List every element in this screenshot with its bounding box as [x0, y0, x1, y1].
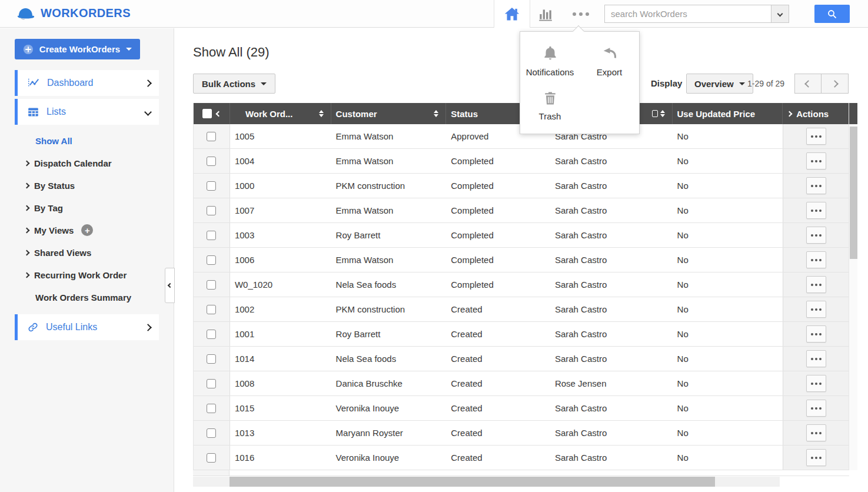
row-checkbox[interactable]	[207, 206, 216, 215]
sidebar-item-dashboard[interactable]: Dashboard	[15, 70, 159, 96]
row-checkbox[interactable]	[207, 330, 216, 339]
created-by-cell: Sarah Castro	[550, 223, 673, 247]
vertical-scrollbar[interactable]	[849, 103, 857, 470]
home-icon	[504, 6, 520, 22]
column-header-work-order[interactable]: Work Ord...	[230, 103, 331, 124]
row-actions-cell	[783, 347, 849, 371]
column-header-use-updated-price[interactable]: Use Updated Price	[673, 103, 783, 124]
horizontal-scrollbar-thumb[interactable]	[230, 477, 715, 487]
previous-page-button[interactable]	[794, 74, 822, 94]
menu-item-notifications[interactable]: Notifications	[520, 40, 580, 85]
row-actions-button[interactable]	[806, 400, 826, 417]
row-actions-cell	[783, 297, 849, 321]
row-actions-cell	[783, 124, 849, 148]
row-actions-button[interactable]	[806, 202, 826, 219]
sidebar-list-item[interactable]: By Tag	[0, 197, 174, 219]
table-row[interactable]: 1002PKM constructionCreatedSarah CastroN…	[194, 297, 849, 322]
row-actions-cell	[783, 446, 849, 470]
horizontal-scrollbar[interactable]	[193, 477, 780, 487]
work-order-cell: 1003	[230, 223, 331, 247]
search-input[interactable]	[605, 5, 771, 22]
table-row[interactable]: W0_1020Nela Sea foodsCompletedSarah Cast…	[194, 272, 849, 297]
sidebar-list-item[interactable]: My Views+	[0, 219, 174, 241]
row-checkbox[interactable]	[207, 157, 216, 166]
row-actions-button[interactable]	[806, 424, 826, 441]
row-checkbox[interactable]	[207, 280, 216, 290]
row-checkbox[interactable]	[207, 181, 216, 191]
app-logo[interactable]: WORKORDERS	[15, 5, 131, 21]
next-page-button[interactable]	[822, 74, 849, 94]
sort-icon[interactable]	[319, 110, 324, 117]
more-options-button[interactable]	[572, 11, 590, 18]
row-actions-button[interactable]	[806, 128, 826, 145]
table-row[interactable]: 1016Veronika InouyeCreatedSarah CastroNo	[194, 446, 849, 470]
column-label: Work Ord...	[245, 109, 293, 119]
row-actions-button[interactable]	[806, 177, 826, 194]
sort-icon[interactable]	[434, 110, 438, 117]
sidebar-list-item[interactable]: Recurring Work Order	[0, 264, 174, 286]
table-row[interactable]: 1001Roy BarrettCreatedSarah CastroNo	[194, 322, 849, 347]
row-checkbox[interactable]	[207, 255, 216, 265]
row-actions-button[interactable]	[806, 251, 826, 268]
sidebar-list-item[interactable]: Shared Views	[0, 241, 174, 264]
chevron-right-icon	[144, 79, 152, 87]
row-actions-button[interactable]	[806, 152, 826, 169]
line-chart-icon	[27, 77, 40, 89]
row-actions-button[interactable]	[806, 227, 826, 244]
table-row[interactable]: 1006Emma WatsonCompletedSarah CastroNo	[194, 248, 849, 272]
row-checkbox[interactable]	[207, 132, 216, 141]
row-actions-button[interactable]	[806, 449, 826, 466]
sidebar-list-item[interactable]: Work Orders Summary	[0, 286, 174, 308]
status-cell: Completed	[446, 149, 550, 173]
sidebar-list-item[interactable]: By Status	[0, 174, 174, 197]
table-row[interactable]: 1004Emma WatsonCompletedSarah CastroNo	[194, 149, 849, 174]
menu-item-trash[interactable]: Trash	[520, 85, 580, 129]
sidebar-item-useful-links[interactable]: Useful Links	[15, 314, 159, 340]
row-actions-button[interactable]	[806, 350, 826, 367]
row-actions-button[interactable]	[806, 375, 826, 392]
column-header-customer[interactable]: Customer	[331, 103, 447, 124]
row-checkbox-cell	[194, 272, 230, 297]
table-row[interactable]: 1014Nela Sea foodsCreatedSarah CastroNo	[194, 347, 849, 371]
table-row[interactable]: 1013Maryann RoysterCreatedSarah CastroNo	[194, 421, 849, 446]
row-checkbox[interactable]	[207, 428, 216, 438]
select-all-checkbox[interactable]	[202, 109, 212, 118]
chevron-right-icon	[144, 324, 152, 331]
row-actions-button[interactable]	[806, 276, 826, 293]
collapse-column-icon[interactable]	[215, 111, 221, 117]
create-workorders-button[interactable]: Create WorkOrders	[15, 39, 140, 59]
add-view-icon[interactable]: +	[81, 224, 93, 236]
table-row[interactable]: 1008Danica BruschkeCreatedRose JensenNo	[194, 371, 849, 396]
search-scope-dropdown[interactable]	[771, 5, 789, 22]
table-row[interactable]: 1000PKM constructionCompletedSarah Castr…	[194, 174, 849, 198]
table-row[interactable]: 1003Roy BarrettCompletedSarah CastroNo	[194, 223, 849, 248]
row-checkbox[interactable]	[207, 231, 216, 240]
row-actions-cell	[783, 149, 849, 173]
row-checkbox[interactable]	[207, 404, 216, 413]
chart-menu-button[interactable]	[537, 6, 554, 22]
row-actions-button[interactable]	[806, 325, 826, 343]
row-checkbox[interactable]	[207, 305, 216, 314]
status-cell: Completed	[446, 272, 550, 297]
search-button[interactable]	[814, 5, 850, 23]
sort-icon[interactable]	[660, 110, 665, 117]
sidebar-list-item[interactable]: Dispatch Calendar	[0, 152, 174, 174]
row-actions-button[interactable]	[806, 301, 826, 318]
bulk-actions-button[interactable]: Bulk Actions	[193, 74, 275, 94]
row-checkbox[interactable]	[207, 453, 216, 463]
menu-item-export[interactable]: Export	[580, 40, 639, 85]
chevron-right-icon	[831, 80, 839, 88]
sidebar-item-lists[interactable]: Lists	[15, 99, 159, 125]
customer-cell: Roy Barrett	[331, 223, 447, 247]
use-updated-price-cell: No	[673, 297, 783, 321]
row-checkbox[interactable]	[207, 379, 216, 388]
sidebar-list-item[interactable]: Show All	[0, 129, 174, 152]
row-checkbox[interactable]	[207, 354, 216, 364]
sidebar-collapse-handle[interactable]	[165, 268, 175, 303]
home-button[interactable]	[494, 0, 530, 28]
vertical-scrollbar-thumb[interactable]	[850, 127, 857, 259]
table-row[interactable]: 1007Emma WatsonCompletedSarah CastroNo	[194, 198, 849, 223]
table-row[interactable]: 1015Veronika InouyeCreatedSarah CastroNo	[194, 396, 849, 421]
column-header-actions[interactable]: Actions	[783, 103, 849, 124]
display-mode-dropdown[interactable]: Overview	[686, 74, 753, 94]
